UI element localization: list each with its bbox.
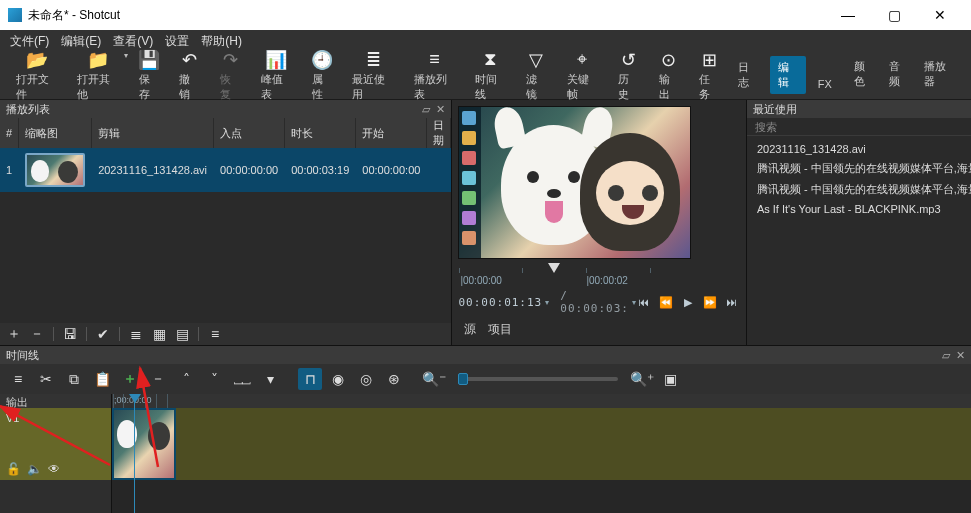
toolbar-btn-6[interactable]: 🕘属性: [302, 48, 343, 104]
playlist-add-button[interactable]: ＋: [4, 325, 24, 343]
tl-cut-icon[interactable]: ✂: [34, 368, 58, 390]
toolbar-btn-7[interactable]: ≣最近使用: [342, 48, 403, 104]
rewind-icon[interactable]: ⏪: [658, 296, 674, 309]
toolbar-btn-9[interactable]: ⧗时间线: [465, 48, 516, 104]
toolbar-btn-11[interactable]: ⌖关键帧: [557, 48, 608, 104]
view-grid-icon[interactable]: ▦: [149, 325, 169, 343]
toolbar-btn-3[interactable]: ↶撤销: [169, 48, 210, 104]
track-hide-icon[interactable]: 👁: [48, 462, 60, 476]
tl-zoom-slider[interactable]: [458, 377, 618, 381]
playlist-save-button[interactable]: 🖫: [60, 325, 80, 343]
playhead-marker[interactable]: [548, 263, 560, 273]
skip-start-icon[interactable]: ⏮: [636, 296, 652, 309]
panel-undock-icon[interactable]: ▱: [422, 103, 430, 116]
col-start[interactable]: 开始: [356, 118, 427, 148]
tl-target2-icon[interactable]: ⊛: [382, 368, 406, 390]
tab-player[interactable]: 播放器: [924, 59, 955, 89]
toolbar-btn-5[interactable]: 📊峰值表: [251, 48, 302, 104]
panel-close-icon[interactable]: ✕: [436, 103, 445, 116]
tab-fx[interactable]: FX: [810, 74, 840, 94]
tab-source[interactable]: 源: [464, 321, 476, 338]
maximize-button[interactable]: ▢: [871, 0, 917, 30]
view-list-icon[interactable]: ≣: [126, 325, 146, 343]
col-num[interactable]: #: [0, 118, 19, 148]
tab-audio[interactable]: 音频: [889, 59, 910, 89]
recent-search-input[interactable]: 搜索: [747, 118, 971, 136]
toolbar-btn-1[interactable]: 📁打开其他▾: [67, 48, 128, 104]
track-mute-icon[interactable]: 🔈: [27, 462, 42, 476]
track-lock-icon[interactable]: 🔓: [6, 462, 21, 476]
panel-undock-icon[interactable]: ▱: [942, 349, 950, 362]
timecode-current[interactable]: 00:00:01:13: [458, 296, 542, 309]
tl-paste-icon[interactable]: 📋: [90, 368, 114, 390]
playlist-remove-button[interactable]: －: [27, 325, 47, 343]
track-header-v1[interactable]: V1 🔓 🔈 👁: [0, 408, 111, 480]
col-dur[interactable]: 时长: [285, 118, 356, 148]
preview-tabs: 源 项目: [458, 317, 740, 338]
timecode-caret-icon[interactable]: ▾: [545, 298, 549, 307]
col-clip[interactable]: 剪辑: [92, 118, 214, 148]
toolbar-btn-10[interactable]: ▽滤镜: [516, 48, 557, 104]
preview-ruler[interactable]: |00:00:00 |00:00:02: [458, 265, 740, 291]
timeline-ruler[interactable]: ;00:00:00: [112, 394, 971, 408]
view-compact-icon[interactable]: ▤: [172, 325, 192, 343]
toolbar-btn-8[interactable]: ≡播放列表: [404, 48, 465, 104]
tab-edit[interactable]: 编辑: [770, 56, 806, 94]
timeline-playhead[interactable]: [134, 394, 135, 513]
tl-target1-icon[interactable]: ◎: [354, 368, 378, 390]
tl-snap-icon[interactable]: ⊓: [298, 368, 322, 390]
tl-append-icon[interactable]: ＋: [118, 368, 142, 390]
timeline-clip[interactable]: [112, 408, 176, 480]
toolbar-icon: ↺: [618, 50, 638, 70]
tl-eye-icon[interactable]: ◉: [326, 368, 350, 390]
thumbnail-image: [25, 153, 85, 187]
timeline-track[interactable]: [112, 408, 971, 480]
toolbar-label: 关键帧: [567, 72, 598, 102]
tl-up-icon[interactable]: ˄: [174, 368, 198, 390]
tab-project[interactable]: 项目: [488, 321, 512, 338]
tl-menu-icon[interactable]: ≡: [6, 368, 30, 390]
app-icon: [8, 8, 22, 22]
toolbar-btn-2[interactable]: 💾保存: [129, 48, 170, 104]
tl-down-icon[interactable]: ˅: [202, 368, 226, 390]
playlist-check-button[interactable]: ✔: [93, 325, 113, 343]
timeline-title: 时间线: [6, 348, 39, 363]
col-thumb[interactable]: 缩略图: [19, 118, 92, 148]
tl-zoom-in-icon[interactable]: 🔍⁺: [630, 368, 654, 390]
transport-bar: 00:00:01:13 ▾ / 00:00:03: ▾ ⏮ ⏪ ▶ ⏩ ⏭: [458, 291, 740, 313]
timeline-output-label[interactable]: 输出: [0, 394, 111, 408]
skip-end-icon[interactable]: ⏭: [724, 296, 740, 309]
recent-item[interactable]: 20231116_131428.avi: [747, 140, 971, 158]
tl-marker-icon[interactable]: ▾: [258, 368, 282, 390]
timeline-tracks-area[interactable]: ;00:00:00: [112, 394, 971, 513]
tl-remove-icon[interactable]: －: [146, 368, 170, 390]
minimize-button[interactable]: —: [825, 0, 871, 30]
tl-zoom-out-icon[interactable]: 🔍⁻: [422, 368, 446, 390]
toolbar-btn-14[interactable]: ⊞任务: [689, 48, 730, 104]
col-date[interactable]: 日期: [427, 118, 451, 148]
col-in[interactable]: 入点: [214, 118, 285, 148]
recent-item[interactable]: 腾讯视频 - 中国领先的在线视频媒体平台,海量高清视频…: [747, 179, 971, 200]
ruler-label-mid: |00:00:02: [586, 275, 628, 286]
timeline-panel: 时间线 ▱✕ ≡ ✂ ⧉ 📋 ＋ － ˄ ˅ ⎵⎵ ▾ ⊓ ◉ ◎ ⊛ 🔍⁻ 🔍…: [0, 345, 971, 513]
recent-item[interactable]: 腾讯视频 - 中国领先的在线视频媒体平台,海量高清视频…: [747, 158, 971, 179]
forward-icon[interactable]: ⏩: [702, 296, 718, 309]
recent-item[interactable]: As If It's Your Last - BLACKPINK.mp3: [747, 200, 971, 218]
tab-color[interactable]: 颜色: [854, 59, 875, 89]
play-icon[interactable]: ▶: [680, 296, 696, 309]
tab-log[interactable]: 日志: [730, 56, 766, 94]
tl-zoom-fit-icon[interactable]: ▣: [658, 368, 682, 390]
panel-close-icon[interactable]: ✕: [956, 349, 965, 362]
toolbar-icon: ↶: [180, 50, 200, 70]
ruler-label-start: |00:00:00: [460, 275, 502, 286]
tl-copy-icon[interactable]: ⧉: [62, 368, 86, 390]
toolbar-btn-13[interactable]: ⊙输出: [649, 48, 690, 104]
playlist-row[interactable]: 1 20231116_131428.avi 00:00:00:00 00:00:…: [0, 148, 451, 192]
playlist-menu-icon[interactable]: ≡: [205, 325, 225, 343]
close-button[interactable]: ✕: [917, 0, 963, 30]
toolbar-label: 输出: [659, 72, 680, 102]
toolbar-btn-12[interactable]: ↺历史: [608, 48, 649, 104]
preview-screen[interactable]: [458, 106, 691, 259]
tl-split-icon[interactable]: ⎵⎵: [230, 368, 254, 390]
toolbar-btn-0[interactable]: 📂打开文件: [6, 48, 67, 104]
